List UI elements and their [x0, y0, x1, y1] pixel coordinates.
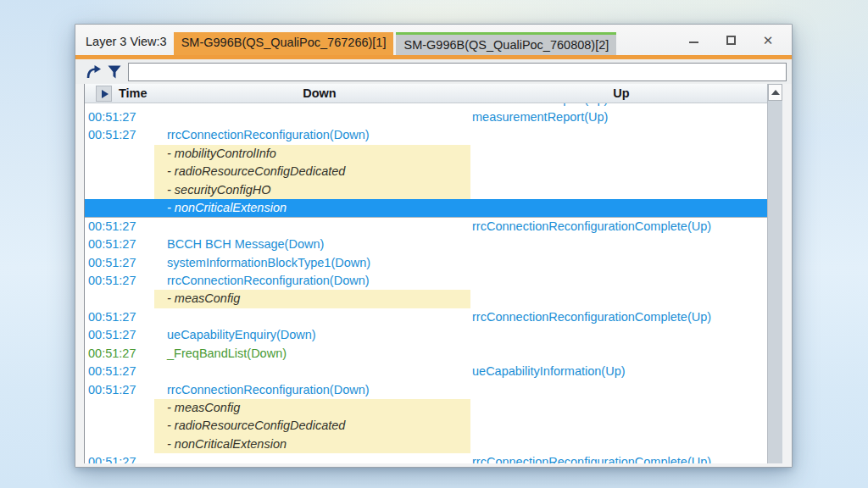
row-down-message: ueCapabilityEnquiry(Down)	[167, 326, 316, 344]
table-header[interactable]: Time Down Up	[85, 84, 767, 103]
filter-button[interactable]	[104, 62, 124, 81]
scroll-up-icon	[771, 90, 780, 95]
detail-text: - mobilityControlInfo	[167, 145, 276, 163]
detail-text: - measConfig	[167, 290, 240, 308]
row-time: 00:51:27	[88, 345, 136, 363]
minimize-button[interactable]	[675, 27, 712, 53]
jump-arrow-icon	[86, 65, 102, 79]
log-message-row[interactable]: 00:51:27rrcConnectionReconfiguration(Dow…	[85, 381, 767, 399]
tab-device-1[interactable]: SM-G996B(QS_QualiPoc_767266)[1]	[174, 32, 394, 55]
row-up-message: rrcConnectionReconfigurationComplete(Up)	[472, 453, 711, 463]
scrollbar-track[interactable]	[768, 101, 782, 463]
table-body: measurementReport(Up)00:51:27measurement…	[85, 103, 767, 463]
log-detail-row[interactable]: - securityConfigHO	[85, 181, 767, 199]
row-time: 00:51:27	[88, 381, 136, 399]
row-time: 00:51:27	[88, 126, 136, 144]
log-detail-row[interactable]: - mobilityControlInfo	[85, 145, 767, 163]
detail-text: - radioResourceConfigDedicated	[167, 163, 345, 180]
close-icon: ✕	[763, 34, 774, 47]
jump-to-button[interactable]	[84, 62, 103, 81]
log-message-row[interactable]: 00:51:27ueCapabilityInformation(Up)	[85, 363, 767, 380]
desktop-background: Layer 3 View:3 SM-G996B(QS_QualiPoc_7672…	[0, 0, 868, 488]
layer3-view-window: Layer 3 View:3 SM-G996B(QS_QualiPoc_7672…	[75, 24, 793, 468]
detail-text: - measConfig	[167, 399, 240, 417]
tab-device-2[interactable]: SM-G996B(QS_QualiPoc_760808)[2]	[396, 32, 616, 55]
row-down-message: rrcConnectionReconfiguration(Down)	[167, 126, 370, 144]
log-message-row[interactable]: 00:51:27rrcConnectionReconfiguration(Dow…	[85, 272, 767, 290]
detail-text: - nonCriticalExtension	[167, 199, 287, 217]
row-time: 00:51:27	[88, 236, 136, 253]
filter-input[interactable]	[128, 63, 787, 81]
maximize-button[interactable]	[712, 27, 749, 53]
log-message-row[interactable]: 00:51:27rrcConnectionReconfigurationComp…	[85, 218, 767, 236]
log-detail-row[interactable]: - nonCriticalExtension	[85, 199, 767, 217]
row-time: 00:51:27	[88, 308, 136, 326]
log-message-row[interactable]: 00:51:27rrcConnectionReconfigurationComp…	[85, 453, 767, 463]
row-time: 00:51:27	[88, 453, 136, 463]
window-titlebar[interactable]: Layer 3 View:3 SM-G996B(QS_QualiPoc_7672…	[75, 25, 792, 55]
row-down-message: rrcConnectionReconfiguration(Down)	[167, 381, 370, 399]
log-detail-row[interactable]: - nonCriticalExtension	[85, 435, 767, 453]
detail-text: - nonCriticalExtension	[167, 435, 287, 453]
message-log-table: Time Down Up measurementReport(Up)00:51:…	[84, 84, 782, 463]
play-icon	[102, 90, 108, 98]
column-header-down[interactable]: Down	[303, 84, 336, 103]
log-detail-row[interactable]: - measConfig	[85, 399, 767, 417]
column-header-up[interactable]: Up	[613, 84, 629, 103]
row-up-message: measurementReport(Up)	[472, 108, 608, 126]
detail-text: - securityConfigHO	[167, 181, 270, 199]
device-tabs: SM-G996B(QS_QualiPoc_767266)[1] SM-G996B…	[174, 25, 620, 55]
filter-icon	[108, 65, 121, 79]
row-time: 00:51:27	[88, 326, 136, 344]
row-down-message: BCCH BCH Message(Down)	[167, 236, 324, 253]
row-down-message: _FreqBandList(Down)	[167, 345, 287, 363]
log-message-row[interactable]: 00:51:27rrcConnectionReconfigurationComp…	[85, 308, 767, 326]
row-down-message: rrcConnectionReconfiguration(Down)	[167, 272, 370, 290]
log-detail-row[interactable]: - radioResourceConfigDedicated	[85, 163, 767, 180]
vertical-scrollbar[interactable]	[767, 84, 782, 463]
window-title: Layer 3 View:3	[86, 35, 167, 48]
row-time: 00:51:27	[88, 272, 136, 290]
log-message-row[interactable]: 00:51:27measurementReport(Up)	[85, 108, 767, 126]
row-time: 00:51:27	[88, 363, 136, 380]
row-time: 00:51:27	[88, 254, 136, 272]
scrollbar-up-button[interactable]	[768, 84, 782, 101]
minimize-icon	[689, 42, 698, 43]
close-button[interactable]: ✕	[749, 27, 787, 53]
row-up-message: rrcConnectionReconfigurationComplete(Up)	[472, 218, 711, 236]
detail-text: - radioResourceConfigDedicated	[167, 417, 345, 435]
toolbar	[75, 59, 792, 84]
window-controls: ✕	[675, 25, 787, 55]
log-message-row[interactable]: 00:51:27rrcConnectionReconfiguration(Dow…	[85, 126, 767, 144]
log-message-row[interactable]: 00:51:27ueCapabilityEnquiry(Down)	[85, 326, 767, 344]
maximize-icon	[726, 36, 736, 45]
log-detail-row[interactable]: - measConfig	[85, 290, 767, 308]
log-detail-row[interactable]: - radioResourceConfigDedicated	[85, 417, 767, 435]
log-message-row[interactable]: 00:51:27systemInformationBlockType1(Down…	[85, 254, 767, 272]
row-time: 00:51:27	[88, 108, 136, 126]
log-message-row[interactable]: 00:51:27_FreqBandList(Down)	[85, 345, 767, 363]
play-button[interactable]	[96, 86, 112, 102]
row-down-message: systemInformationBlockType1(Down)	[167, 254, 370, 272]
log-message-row[interactable]: 00:51:27BCCH BCH Message(Down)	[85, 236, 767, 253]
row-time: 00:51:27	[88, 218, 136, 236]
column-header-time[interactable]: Time	[119, 84, 147, 103]
row-up-message: ueCapabilityInformation(Up)	[472, 363, 626, 380]
row-up-message: rrcConnectionReconfigurationComplete(Up)	[472, 308, 711, 326]
